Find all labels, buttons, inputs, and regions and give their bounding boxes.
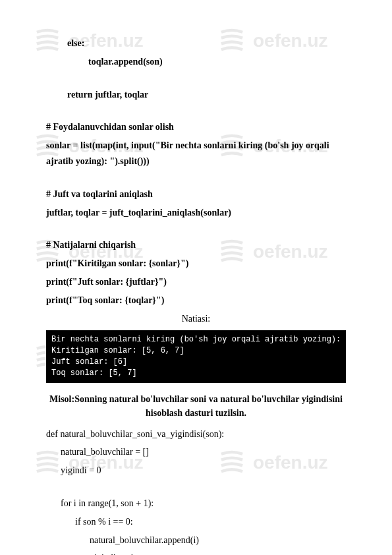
code-line: if son % i == 0: [75,514,346,530]
code-line: print(f"Kiritilgan sonlar: {sonlar}") [46,256,346,272]
code-line: yigindi += i [90,550,346,555]
code-line: natural_boluvchilar = [] [61,444,346,460]
code-line: else: [67,36,346,51]
code-line: def natural_boluvchilar_soni_va_yigindis… [46,426,346,442]
code-line: print(f"Juft sonlar: {juftlar}") [46,274,346,290]
code-comment: # Natijalarni chiqarish [46,237,346,253]
page-content: else: toqlar.append(son) return juftlar,… [0,0,392,555]
code-line: print(f"Toq sonlar: {toqlar}") [46,293,346,308]
code-line: sonlar = list(map(int, input("Bir nechta… [46,138,346,169]
code-line: toqlar.append(son) [88,54,346,70]
code-line: return juftlar, toqlar [67,87,346,103]
code-comment: # Foydalanuvchidan sonlar olish [46,119,346,135]
result-label: Natiasi: [46,311,346,327]
code-line: juftlar, toqlar = juft_toqlarini_aniqlas… [46,205,346,221]
code-line: natural_boluvchilar.append(i) [90,533,346,548]
example-title: Misol:Sonning natural bo'luvchilar soni … [46,392,346,420]
code-line: yigindi = 0 [61,463,346,479]
code-comment: # Juft va toqlarini aniqlash [46,187,346,202]
terminal-output: Bir nechta sonlarni kiring (bo'sh joy or… [46,330,346,382]
code-line: for i in range(1, son + 1): [61,496,346,511]
